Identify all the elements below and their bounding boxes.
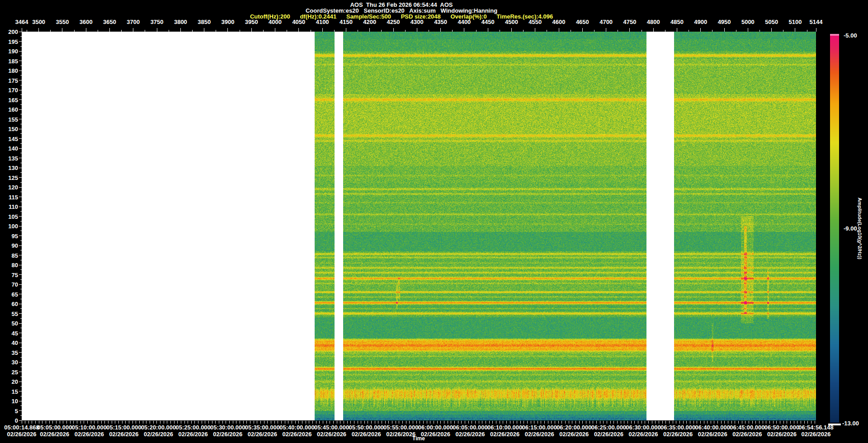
top-axis-tick-label: 4600 bbox=[552, 19, 566, 25]
time-axis-tick bbox=[454, 421, 455, 424]
time-axis-tick bbox=[766, 421, 766, 424]
time-axis-tick bbox=[350, 421, 351, 424]
time-axis-tick bbox=[226, 421, 226, 424]
time-axis-tick bbox=[274, 421, 275, 424]
top-axis-tick bbox=[606, 28, 606, 32]
freq-axis-tick-label: 15 bbox=[3, 388, 18, 395]
time-axis-tick bbox=[364, 421, 365, 424]
freq-axis-tick-label: 90 bbox=[3, 242, 18, 249]
top-axis-tick-label: 4100 bbox=[316, 19, 329, 25]
time-axis-tick-label: 05:30:00.00002/26/2026 bbox=[210, 424, 245, 438]
time-axis-tick bbox=[396, 421, 396, 424]
time-axis-tick bbox=[101, 421, 102, 424]
freq-axis-tick-label: 140 bbox=[3, 145, 18, 152]
time-axis-tick bbox=[260, 421, 261, 424]
time-axis-tick bbox=[177, 421, 178, 424]
spectrogram-canvas[interactable] bbox=[22, 32, 816, 420]
freq-axis-tick-label: 95 bbox=[3, 232, 18, 239]
time-axis-tick bbox=[288, 421, 288, 424]
time-axis-tick bbox=[298, 421, 299, 424]
top-axis-tick bbox=[369, 28, 370, 32]
time-axis-tick bbox=[112, 421, 112, 424]
time-axis-tick bbox=[486, 421, 486, 424]
time-axis-tick-label: 06:05:00.00002/26/2026 bbox=[453, 424, 487, 438]
time-axis-tick bbox=[52, 421, 53, 424]
time-axis-tick bbox=[745, 421, 745, 424]
top-axis-tick-label: 4750 bbox=[623, 19, 636, 25]
time-axis-tick bbox=[316, 421, 316, 424]
time-axis-tick bbox=[42, 421, 42, 424]
freq-axis-tick-label: 45 bbox=[3, 330, 18, 336]
time-axis-tick-label: 06:40:00.00002/26/2026 bbox=[695, 424, 730, 438]
time-axis-tick bbox=[191, 421, 192, 424]
top-axis-tick bbox=[38, 28, 39, 32]
time-axis-tick bbox=[461, 421, 462, 424]
time-axis-tick bbox=[413, 421, 413, 424]
time-axis-tick bbox=[392, 421, 392, 424]
time-axis-tick bbox=[513, 421, 514, 424]
time-axis-tick bbox=[617, 421, 618, 424]
time-axis-tick bbox=[388, 421, 389, 424]
time-axis-tick-label: 06:54:56.14802/26/2026 bbox=[798, 424, 833, 438]
time-axis-tick-label: 05:10:00.00002/26/2026 bbox=[72, 424, 107, 438]
freq-axis-tick-label: 125 bbox=[3, 174, 18, 181]
time-axis-tick bbox=[430, 421, 430, 424]
time-axis-tick bbox=[143, 421, 143, 424]
time-axis-tick bbox=[551, 421, 552, 424]
time-axis-tick bbox=[811, 421, 811, 424]
colorbar-max-label: -5.00 bbox=[844, 32, 857, 39]
time-axis-tick bbox=[333, 421, 334, 424]
time-axis-tick-label: 06:45:00.00002/26/2026 bbox=[730, 424, 764, 438]
time-axis-tick bbox=[153, 421, 154, 424]
time-axis-tick bbox=[406, 421, 406, 424]
time-axis-tick bbox=[378, 421, 378, 424]
time-axis-tick-label: 05:25:00.00002/26/2026 bbox=[175, 424, 210, 438]
time-axis-tick bbox=[634, 421, 635, 424]
time-axis-tick bbox=[590, 421, 590, 424]
top-axis-tick bbox=[488, 28, 488, 32]
time-axis-tick bbox=[46, 421, 46, 424]
time-axis-tick bbox=[558, 421, 559, 424]
spectrogram-plot-area[interactable] bbox=[22, 32, 816, 420]
time-axis-tick bbox=[146, 421, 146, 424]
time-axis-tick bbox=[652, 421, 652, 424]
time-axis-tick bbox=[84, 421, 84, 424]
time-axis-tick bbox=[572, 421, 572, 424]
time-axis-tick bbox=[714, 421, 714, 424]
time-axis-tick bbox=[70, 421, 71, 424]
colorbar-gradient bbox=[830, 34, 839, 423]
time-axis-tick bbox=[517, 421, 517, 424]
time-axis-tick bbox=[434, 421, 434, 424]
freq-axis-tick-label: 0 bbox=[3, 417, 18, 424]
time-axis-tick bbox=[475, 421, 476, 424]
time-axis-tick bbox=[801, 421, 801, 424]
time-axis-tick bbox=[752, 421, 753, 424]
freq-axis-tick-label: 30 bbox=[3, 359, 18, 366]
top-axis-tick-label: 4300 bbox=[410, 19, 424, 25]
time-axis-tick bbox=[28, 421, 29, 424]
time-axis-tick bbox=[292, 421, 292, 424]
time-axis-tick bbox=[790, 421, 791, 424]
time-axis-tick-label: 06:10:00.00002/26/2026 bbox=[487, 424, 522, 438]
time-axis-tick bbox=[385, 421, 386, 424]
freq-axis-tick-label: 75 bbox=[3, 271, 18, 278]
time-axis-tick bbox=[468, 421, 469, 424]
freq-axis-tick-label: 110 bbox=[3, 203, 18, 210]
top-axis-tick bbox=[417, 28, 417, 32]
time-axis-tick bbox=[25, 421, 25, 424]
time-axis-tick bbox=[655, 421, 656, 424]
time-axis-tick bbox=[603, 421, 604, 424]
time-axis-tick bbox=[344, 421, 344, 424]
time-axis-tick bbox=[309, 421, 309, 424]
time-axis-tick bbox=[80, 421, 81, 424]
top-axis-tick-label: 4850 bbox=[670, 19, 684, 25]
top-axis-tick-label: 5000 bbox=[741, 19, 755, 25]
freq-axis-tick-label: 60 bbox=[3, 301, 18, 307]
time-axis-tick bbox=[783, 421, 784, 424]
time-axis-tick bbox=[174, 421, 175, 424]
time-axis-tick bbox=[804, 421, 805, 424]
time-axis-tick bbox=[780, 421, 780, 424]
time-axis-tick bbox=[683, 421, 684, 424]
top-axis-tick-label: 5050 bbox=[765, 19, 778, 25]
time-axis-tick-label: 06:25:00.00002/26/2026 bbox=[591, 424, 626, 438]
